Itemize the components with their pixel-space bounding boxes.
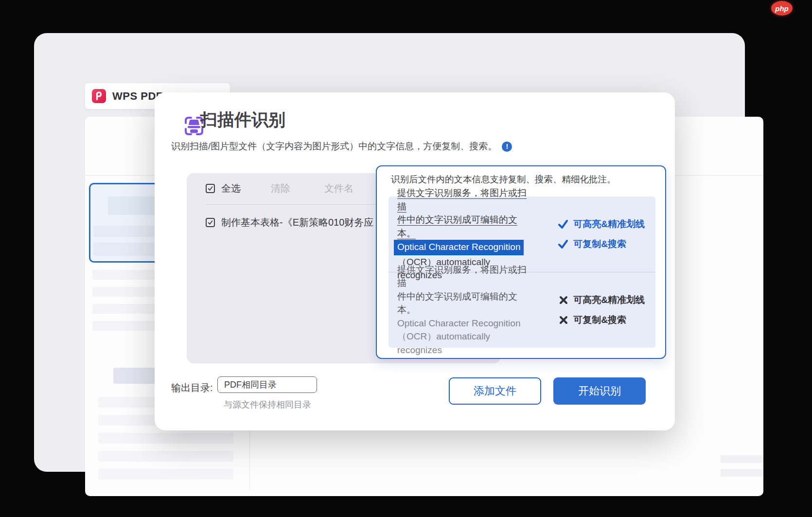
skeleton-bar bbox=[721, 469, 763, 477]
skeleton-bar bbox=[98, 451, 233, 462]
ocr-enabled-block: 提供文字识别服务，将图片或扫描 件中的文字识别成可编辑的文本。 Optical … bbox=[388, 196, 655, 272]
x-icon bbox=[559, 295, 568, 305]
desc-line-highlighted: Optical Character Recognition bbox=[394, 240, 524, 255]
plain-description: 提供文字识别服务，将图片或扫描 件中的文字识别成可编辑的文本。 Optical … bbox=[397, 263, 528, 357]
desc-line: （OCR）automatically recognizes bbox=[397, 331, 490, 355]
tooltip-heading: 识别后文件内的文本信息支持复制、搜索、精细化批注。 bbox=[391, 173, 616, 185]
select-all-checkbox[interactable] bbox=[206, 184, 215, 193]
feature-label: 可复制&搜索 bbox=[573, 314, 626, 326]
ocr-feature-tooltip: 识别后文件内的文本信息支持复制、搜索、精细化批注。 提供文字识别服务，将图片或扫… bbox=[376, 165, 666, 359]
feature-label: 可复制&搜索 bbox=[573, 238, 626, 250]
feature-label: 可高亮&精准划线 bbox=[573, 294, 645, 306]
unsupported-features: 可高亮&精准划线 可复制&搜索 bbox=[559, 294, 645, 326]
feature-row: 可高亮&精准划线 bbox=[558, 218, 645, 231]
feature-row: 可复制&搜索 bbox=[558, 238, 645, 250]
desc-line: 提供文字识别服务，将图片或扫描 bbox=[397, 265, 527, 288]
php-badge-label: php bbox=[775, 4, 789, 13]
skeleton-bar bbox=[721, 455, 763, 463]
add-file-button[interactable]: 添加文件 bbox=[449, 377, 541, 405]
desc-line: 件中的文字识别成可编辑的文本。 bbox=[397, 291, 517, 315]
skeleton-bar bbox=[98, 469, 233, 480]
screenshot-stage: php WPS PDF bbox=[0, 0, 812, 517]
x-icon bbox=[559, 315, 568, 325]
wps-pdf-logo-icon bbox=[92, 89, 106, 103]
dialog-title: 扫描件识别 bbox=[200, 108, 285, 131]
info-icon[interactable]: ! bbox=[502, 142, 512, 152]
desc-line: Optical Character Recognition bbox=[397, 318, 520, 328]
ocr-disabled-block: 提供文字识别服务，将图片或扫描 件中的文字识别成可编辑的文本。 Optical … bbox=[388, 272, 655, 347]
filename-column-header: 文件名 bbox=[324, 182, 353, 195]
desc-line: 提供文字识别服务，将图片或扫描 bbox=[397, 188, 527, 212]
clear-button[interactable]: 清除 bbox=[271, 182, 290, 195]
output-dir-select[interactable]: PDF相同目录 bbox=[217, 376, 317, 393]
file-name: 制作基本表格-《E新策略010财务应 bbox=[221, 216, 373, 229]
php-site-badge: php bbox=[771, 1, 793, 16]
feature-label: 可高亮&精准划线 bbox=[573, 218, 645, 231]
check-icon bbox=[558, 219, 568, 229]
feature-row: 可复制&搜索 bbox=[559, 314, 645, 326]
check-icon bbox=[558, 239, 568, 249]
dialog-subtitle-row: 识别扫描/图片型文件（文字内容为图片形式）中的文字信息，方便复制、搜索。 ! bbox=[171, 140, 512, 153]
start-recognition-button[interactable]: 开始识别 bbox=[553, 377, 646, 405]
output-dir-value: PDF相同目录 bbox=[224, 379, 277, 391]
select-all-label[interactable]: 全选 bbox=[221, 182, 241, 195]
supported-features: 可高亮&精准划线 可复制&搜索 bbox=[558, 218, 645, 250]
dialog-subtitle: 识别扫描/图片型文件（文字内容为图片形式）中的文字信息，方便复制、搜索。 bbox=[171, 140, 497, 153]
feature-row: 可高亮&精准划线 bbox=[559, 294, 645, 306]
output-dir-label: 输出目录: bbox=[171, 381, 213, 394]
desc-line: 件中的文字识别成可编辑的文本。 bbox=[397, 214, 517, 238]
file-list-header: 全选 清除 文件名 bbox=[206, 180, 353, 196]
feature-comparison-box: 提供文字识别服务，将图片或扫描 件中的文字识别成可编辑的文本。 Optical … bbox=[388, 196, 655, 348]
file-checkbox[interactable] bbox=[206, 218, 215, 227]
output-dir-hint: 与源文件保持相同目录 bbox=[224, 399, 311, 410]
skeleton-bar bbox=[98, 433, 233, 444]
